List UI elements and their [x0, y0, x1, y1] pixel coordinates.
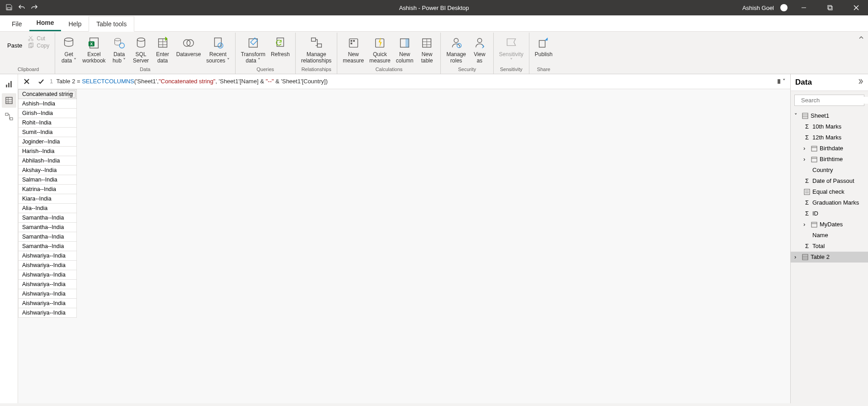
transform-data-button[interactable]: Transformdata ˅	[239, 34, 267, 65]
table-cell[interactable]: Alia--India	[19, 203, 77, 213]
table-cell[interactable]: Salman--India	[19, 175, 77, 184]
table-cell[interactable]: Akshay--India	[19, 165, 77, 175]
data-view-button[interactable]	[2, 93, 16, 108]
table-cell[interactable]: Kiara--India	[19, 194, 77, 203]
tab-table-tools[interactable]: Table tools	[89, 16, 134, 32]
field-graduation-marks[interactable]: ΣGraduation Marks	[791, 197, 868, 208]
svg-point-43	[457, 43, 461, 48]
svg-rect-60	[802, 113, 808, 119]
svg-rect-48	[10, 81, 12, 87]
fields-search[interactable]	[794, 95, 864, 106]
get-data-button[interactable]: Getdata ˅	[59, 34, 79, 65]
tab-home[interactable]: Home	[29, 15, 61, 31]
search-input[interactable]	[801, 97, 868, 104]
fields-pane-title: Data	[795, 78, 812, 87]
collapse-pane-icon[interactable]	[856, 78, 863, 86]
data-hub-button[interactable]: Datahub ˅	[109, 34, 129, 65]
field-birthtime[interactable]: ›Birthtime	[791, 154, 868, 165]
svg-rect-47	[8, 83, 9, 87]
new-measure-button[interactable]: Newmeasure	[341, 34, 366, 65]
table-cell[interactable]: Joginder--India	[19, 137, 77, 146]
field-birthdate[interactable]: ›Birthdate	[791, 143, 868, 154]
svg-rect-33	[353, 40, 355, 42]
table-cell[interactable]: Aishwariya--India	[19, 298, 77, 308]
table-node-sheet1[interactable]: ˅Sheet1	[791, 110, 868, 121]
field-equal-check[interactable]: Equal check	[791, 186, 868, 197]
undo-icon[interactable]	[18, 4, 25, 12]
table-cell[interactable]: Aishwariya--India	[19, 289, 77, 298]
formula-expand-button[interactable]: ˅	[775, 78, 788, 85]
table-cell[interactable]: Aishwariya--India	[19, 251, 77, 260]
close-button[interactable]	[846, 0, 866, 15]
titlebar: Ashish - Power BI Desktop Ashish Goel	[0, 0, 868, 15]
table-cell[interactable]: Aishwariya--India	[19, 279, 77, 289]
publish-button[interactable]: Publish	[533, 34, 554, 59]
quick-measure-button[interactable]: Quickmeasure	[368, 34, 392, 65]
commit-formula-button[interactable]	[35, 76, 47, 87]
paste-button[interactable]: Paste	[5, 34, 24, 65]
maximize-button[interactable]	[820, 0, 840, 15]
field-id[interactable]: ΣID	[791, 208, 868, 219]
new-column-button[interactable]: Newcolumn	[394, 34, 415, 65]
svg-rect-29	[311, 38, 315, 42]
table-cell[interactable]: Aishwariya--India	[19, 308, 77, 317]
field-date-of-passout[interactable]: ΣDate of Passout	[791, 176, 868, 186]
sensitivity-button: Sensitivity˅	[497, 34, 525, 65]
excel-workbook-button[interactable]: XExcelworkbook	[80, 34, 107, 65]
refresh-button[interactable]: Refresh	[269, 34, 292, 59]
save-icon[interactable]	[5, 4, 13, 12]
cancel-formula-button[interactable]	[21, 76, 33, 87]
svg-point-42	[454, 38, 458, 43]
field-10th-marks[interactable]: Σ10th Marks	[791, 121, 868, 132]
field-12th-marks[interactable]: Σ12th Marks	[791, 132, 868, 143]
table-cell[interactable]: Aishwariya--India	[19, 260, 77, 270]
dataverse-button[interactable]: Dataverse	[175, 34, 203, 59]
table-cell[interactable]: Sumit--India	[19, 127, 77, 137]
svg-point-9	[32, 39, 33, 41]
table-node-table2[interactable]: ›Table 2	[791, 252, 868, 263]
svg-rect-57	[778, 79, 780, 84]
svg-rect-37	[406, 39, 409, 48]
collapse-ribbon-icon[interactable]	[858, 34, 864, 42]
manage-roles-button[interactable]: Manageroles	[444, 34, 467, 65]
manage-relationships-button[interactable]: Managerelationships	[299, 34, 333, 65]
model-view-button[interactable]	[2, 110, 16, 124]
table-cell[interactable]: Samantha--India	[19, 241, 77, 251]
ribbon: Paste Cut Copy Clipboard Getdata ˅ XExce…	[0, 32, 868, 74]
table-cell[interactable]: Aishwariya--India	[19, 270, 77, 279]
table-cell[interactable]: Samantha--India	[19, 222, 77, 232]
column-header[interactable]: Concatenated string	[19, 89, 77, 99]
table-cell[interactable]: Ashish--India	[19, 99, 77, 108]
table-cell[interactable]: Samantha--India	[19, 232, 77, 241]
svg-rect-67	[804, 189, 810, 195]
redo-icon[interactable]	[31, 4, 38, 12]
field-country[interactable]: Country	[791, 165, 868, 176]
new-table-button[interactable]: Newtable	[417, 34, 437, 65]
view-bar	[0, 74, 18, 403]
field-name[interactable]: Name	[791, 230, 868, 241]
formula-input[interactable]: 1Table 2 = SELECTCOLUMNS('Sheet1',"Conca…	[50, 78, 772, 85]
minimize-button[interactable]	[794, 0, 814, 15]
table-cell[interactable]: Katrina--India	[19, 184, 77, 194]
field-total[interactable]: ΣTotal	[791, 241, 868, 252]
avatar[interactable]	[780, 4, 788, 11]
recent-sources-button[interactable]: Recentsources ˅	[204, 34, 231, 65]
svg-rect-53	[5, 113, 8, 115]
field-mydates[interactable]: ›MyDates	[791, 219, 868, 230]
table-cell[interactable]: Harish--India	[19, 146, 77, 156]
column-filter-icon[interactable]	[68, 91, 75, 98]
report-view-button[interactable]	[2, 77, 16, 91]
table-cell[interactable]: Abhilash--India	[19, 156, 77, 165]
view-as-button[interactable]: Viewas	[470, 34, 490, 65]
enter-data-button[interactable]: Enterdata	[153, 34, 173, 65]
tab-file[interactable]: File	[5, 17, 29, 31]
tab-help[interactable]: Help	[61, 17, 89, 31]
window-title: Ashish - Power BI Desktop	[399, 5, 469, 11]
svg-rect-46	[6, 85, 7, 87]
table-cell[interactable]: Rohit--India	[19, 118, 77, 127]
sql-server-button[interactable]: SQLServer	[131, 34, 151, 65]
cut-button: Cut	[28, 35, 49, 42]
table-cell[interactable]: Girish--India	[19, 108, 77, 118]
svg-rect-54	[10, 118, 13, 120]
table-cell[interactable]: Samantha--India	[19, 213, 77, 222]
